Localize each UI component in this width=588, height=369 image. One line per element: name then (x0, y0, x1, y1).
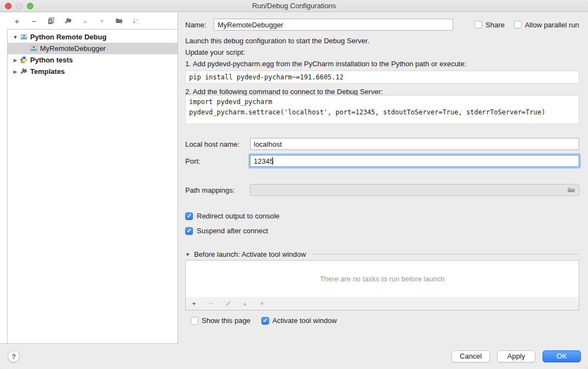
suspend-checkbox[interactable]: ✓ (185, 227, 193, 235)
minimize-window-button (16, 3, 22, 9)
sort-alphabetically-icon[interactable]: az (132, 16, 140, 25)
tree-item-label: Python tests (30, 56, 73, 64)
action-buttons: Cancel Apply OK (452, 350, 581, 362)
cancel-button[interactable]: Cancel (452, 350, 490, 362)
tree-item-python-remote-debug[interactable]: ▼ Python Remote Debug (8, 31, 178, 43)
new-folder-icon[interactable] (115, 16, 123, 25)
share-label: Share (486, 21, 505, 29)
configurations-tree: ▼ Python Remote Debug MyRemoteDebugger ▶… (7, 29, 178, 343)
chevron-down-icon[interactable]: ▼ (12, 34, 19, 40)
suspend-label: Suspend after connect (197, 227, 268, 235)
apply-button[interactable]: Apply (497, 350, 535, 362)
section-divider (312, 254, 579, 255)
edit-task-pencil-icon (224, 300, 232, 307)
python-tests-icon (20, 56, 28, 64)
port-label: Port: (185, 157, 250, 165)
tree-item-myremotedebugger[interactable]: MyRemoteDebugger (8, 43, 178, 54)
port-input[interactable] (250, 155, 579, 167)
show-this-page-label: Show this page (202, 316, 250, 325)
path-mappings-row: Path mappings: (185, 184, 579, 196)
dialog-footer: ? Cancel Apply OK (0, 344, 588, 369)
remove-task-icon: − (207, 299, 215, 308)
configuration-detail-panel: Name: Share Allow parallel run Launch th… (179, 13, 588, 344)
titlebar[interactable]: Run/Debug Configurations (0, 0, 588, 12)
activate-tool-window-option: ✓ Activate tool window (261, 316, 337, 325)
question-mark-icon: ? (12, 353, 16, 361)
pip-install-code-block[interactable]: pip install pydevd-pycharm~=191.6605.12 (185, 71, 579, 84)
chevron-down-icon[interactable]: ▼ (185, 252, 190, 257)
show-this-page-checkbox[interactable] (191, 317, 198, 325)
path-mappings-label: Path mappings: (185, 186, 250, 194)
svg-text:a: a (136, 18, 139, 21)
local-host-input[interactable] (250, 138, 579, 150)
browse-folder-icon[interactable] (567, 186, 576, 194)
window-title: Run/Debug Configurations (0, 0, 588, 12)
port-row: Port: (185, 155, 579, 167)
check-icon: ✓ (262, 318, 267, 324)
add-configuration-icon[interactable]: + (13, 16, 21, 25)
check-icon: ✓ (186, 213, 191, 219)
before-launch-title: Before launch: Activate tool window (194, 250, 306, 258)
local-host-label: Local host name: (185, 140, 250, 148)
copy-configuration-icon[interactable] (47, 16, 55, 25)
share-checkbox[interactable] (475, 21, 482, 28)
text-cursor (272, 157, 273, 165)
name-input[interactable] (214, 19, 453, 31)
allow-parallel-checkbox[interactable] (514, 21, 522, 28)
path-mappings-field[interactable] (250, 184, 579, 196)
configurations-sidebar: + − ▲ ▼ az ▼ Python Remote De (0, 13, 178, 344)
empty-tasks-message: There are no tasks to run before launch (320, 275, 445, 283)
before-launch-task-list[interactable]: There are no tasks to run before launch (185, 260, 579, 298)
tasks-toolbar: + − ▲ ▼ (185, 297, 579, 310)
tree-item-label: MyRemoteDebugger (40, 44, 106, 53)
move-task-up-icon: ▲ (241, 301, 249, 307)
show-this-page-option: Show this page (191, 316, 250, 325)
redirect-output-label: Redirect output to console (197, 212, 279, 220)
zoom-window-button[interactable] (27, 3, 33, 9)
settrace-code-block[interactable]: import pydevd_pycharm pydevd_pycharm.set… (185, 95, 579, 124)
tree-item-python-tests[interactable]: ▶ Python tests (8, 54, 178, 66)
instruction-step2: 2. Add the following command to connect … (185, 88, 579, 96)
ok-button[interactable]: OK (543, 350, 581, 362)
run-debug-configurations-dialog: Run/Debug Configurations + − ▲ ▼ az (0, 0, 588, 369)
before-launch-header[interactable]: ▼ Before launch: Activate tool window (185, 250, 579, 258)
activate-tool-window-label: Activate tool window (272, 316, 337, 325)
traffic-lights (5, 3, 33, 9)
chevron-right-icon[interactable]: ▶ (12, 69, 19, 74)
move-down-icon: ▼ (98, 16, 106, 25)
allow-parallel-option: Allow parallel run (514, 21, 579, 29)
chevron-right-icon[interactable]: ▶ (12, 57, 19, 63)
instruction-update: Update your script: (185, 48, 579, 56)
move-task-down-icon: ▼ (258, 301, 266, 307)
svg-text:z: z (136, 21, 138, 25)
tree-item-templates[interactable]: ▶ Templates (8, 66, 178, 77)
activate-tool-window-checkbox[interactable]: ✓ (261, 317, 269, 325)
edit-defaults-wrench-icon[interactable] (64, 16, 72, 25)
suspend-after-connect-option: ✓ Suspend after connect (185, 227, 579, 235)
name-label: Name: (185, 21, 214, 29)
remote-debug-icon (20, 33, 28, 41)
allow-parallel-label: Allow parallel run (525, 21, 579, 29)
tree-item-label: Python Remote Debug (30, 33, 106, 41)
name-row: Name: Share Allow parallel run (185, 19, 579, 31)
add-task-icon[interactable]: + (190, 299, 198, 308)
remote-debug-icon (30, 44, 38, 53)
code-line-import: import pydevd_pycharm (189, 97, 575, 107)
share-option: Share (475, 21, 505, 29)
help-button[interactable]: ? (8, 350, 20, 362)
footer-options-row: Show this page ✓ Activate tool window (185, 316, 579, 325)
redirect-output-option: ✓ Redirect output to console (185, 212, 579, 220)
local-host-row: Local host name: (185, 138, 579, 150)
move-up-icon: ▲ (81, 16, 89, 25)
templates-wrench-icon (20, 67, 28, 76)
instruction-step1: 1. Add pydevd-pycharm.egg from the PyCha… (185, 60, 579, 68)
tree-item-label: Templates (30, 67, 65, 76)
sidebar-toolbar: + − ▲ ▼ az (7, 13, 178, 29)
check-icon: ✓ (186, 228, 191, 234)
code-line-settrace: pydevd_pycharm.settrace('localhost', por… (189, 107, 575, 118)
instruction-intro: Launch this debug configuration to start… (185, 37, 579, 45)
remove-configuration-icon[interactable]: − (30, 16, 38, 25)
redirect-output-checkbox[interactable]: ✓ (185, 212, 193, 220)
close-window-button[interactable] (5, 3, 12, 9)
